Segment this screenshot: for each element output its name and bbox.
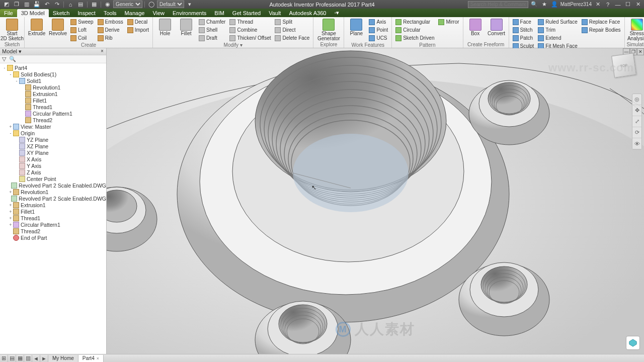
combine-button[interactable]: Combine [228, 26, 272, 34]
tree-node[interactable]: Thread1 [0, 104, 106, 110]
find-icon[interactable]: 🔍 [9, 56, 16, 62]
viewport-badge-icon[interactable] [626, 336, 640, 350]
point-button[interactable]: Point [367, 26, 389, 34]
mirror-button[interactable]: Mirror [437, 18, 460, 26]
stress-analysis-button[interactable]: Stress Analysis [627, 18, 644, 41]
replace-face-button[interactable]: Replace Face [580, 18, 622, 26]
close-icon[interactable]: ✕ [634, 1, 642, 9]
draft-button[interactable]: Draft [197, 34, 227, 42]
extend-button[interactable]: Extend [536, 34, 579, 42]
open-icon[interactable]: ▥ [22, 1, 31, 8]
tree-node[interactable]: Thread2 [0, 228, 106, 234]
tree-node[interactable]: Revolved Part 2 Scale Enabled.DWG [0, 182, 106, 189]
tree-node[interactable]: Circular Pattern1 [0, 110, 106, 117]
qat-dropdown-icon[interactable]: ▾ [185, 1, 194, 8]
shell-button[interactable]: Shell [197, 26, 227, 34]
plane-button[interactable]: Plane [346, 18, 366, 42]
user-icon[interactable]: 👤 [550, 1, 558, 9]
new-icon[interactable]: ❐ [12, 1, 21, 8]
tree-node[interactable]: -Part4 [0, 64, 106, 71]
tree-node[interactable]: +View: Master [0, 123, 106, 130]
nav-look-icon[interactable]: 👁 [632, 138, 641, 149]
tab-view[interactable]: View [148, 9, 169, 17]
nav-wheel-icon[interactable]: ◎ [632, 94, 641, 105]
search-input[interactable] [468, 1, 528, 8]
direct-button[interactable]: Direct [273, 26, 311, 34]
ucs-button[interactable]: UCS [367, 34, 389, 42]
tree-node[interactable]: YZ Plane [0, 136, 106, 143]
doc-icon-2[interactable]: ▤ [8, 355, 16, 362]
tree-node[interactable]: +Circular Pattern1 [0, 221, 106, 228]
coil-button[interactable]: Coil [69, 34, 95, 42]
signin-star-icon[interactable]: ★ [540, 1, 548, 9]
appearance-select[interactable]: Generic [113, 1, 142, 8]
convert-freeform-button[interactable]: Convert [487, 18, 507, 41]
axis-button[interactable]: Axis [367, 18, 389, 26]
tree-node[interactable]: -Origin [0, 130, 106, 136]
import-button[interactable]: Import [126, 26, 150, 34]
app-icon[interactable]: ◩ [2, 1, 11, 8]
tree-node[interactable]: +Extrusion1 [0, 202, 106, 208]
material-select[interactable]: Default [157, 1, 184, 8]
browser-close-icon[interactable]: × [99, 48, 105, 54]
thread-button[interactable]: Thread [228, 18, 272, 26]
tree-node[interactable]: Revolution1 [0, 84, 106, 90]
close-x-icon[interactable]: ✕ [594, 1, 602, 9]
rectangular-button[interactable]: Rectangular [394, 18, 436, 26]
tree-node[interactable]: +Thread1 [0, 215, 106, 221]
trim-button[interactable]: Trim [536, 26, 579, 34]
tab-a360[interactable]: Autodesk A360 [285, 9, 330, 17]
doc-icon-3[interactable]: ▦ [16, 355, 24, 362]
decal-button[interactable]: Decal [126, 18, 150, 26]
tree-node[interactable]: -Solid1 [0, 77, 106, 84]
rib-button[interactable]: Rib [96, 34, 125, 42]
tree-node[interactable]: Fillet1 [0, 97, 106, 104]
chamfer-button[interactable]: Chamfer [197, 18, 227, 26]
repair-bodies-button[interactable]: Repair Bodies [580, 26, 622, 34]
undo-icon[interactable]: ↶ [42, 1, 51, 8]
tree-node[interactable]: Extrusion1 [0, 90, 106, 97]
ruled-surface-button[interactable]: Ruled Surface [536, 18, 579, 26]
tree-node[interactable]: Z Axis [0, 169, 106, 175]
doc-prev-icon[interactable]: ◄ [32, 355, 40, 362]
filter-icon[interactable]: ▽ [2, 56, 6, 62]
redo-icon[interactable]: ↷ [52, 1, 61, 8]
home-icon[interactable]: ⌂ [66, 1, 75, 8]
nav-pan-icon[interactable]: ✥ [632, 105, 641, 116]
tree-node[interactable]: Thread2 [0, 117, 106, 123]
viewport-3d[interactable]: — ❐ ✕ [107, 48, 644, 354]
doctab-part4[interactable]: Part4× [78, 355, 104, 362]
thicken-button[interactable]: Thicken/ Offset [228, 34, 272, 42]
tab-vault[interactable]: Vault [265, 9, 285, 17]
box-button[interactable]: Box [465, 18, 486, 41]
tree-node[interactable]: +Fillet1 [0, 208, 106, 215]
tab-manage[interactable]: Manage [121, 9, 149, 17]
circular-button[interactable]: Circular [394, 26, 436, 34]
tree-node[interactable]: Y Axis [0, 162, 106, 169]
doc-icon-4[interactable]: ▥ [24, 355, 32, 362]
fillet-button[interactable]: Fillet [176, 18, 196, 42]
patch-button[interactable]: Patch [511, 34, 536, 42]
layers-icon[interactable]: ▤ [76, 1, 85, 8]
ribbon-collapse-icon[interactable]: ◦▾ [330, 9, 343, 17]
tab-bim[interactable]: BIM [210, 9, 228, 17]
color-swatch-icon[interactable]: ◯ [147, 1, 156, 8]
sketch-driven-button[interactable]: Sketch Driven [394, 34, 436, 42]
loft-button[interactable]: Loft [69, 26, 95, 34]
emboss-button[interactable]: Emboss [96, 18, 125, 26]
nav-orbit-icon[interactable]: ⟳ [632, 127, 641, 138]
search-icon[interactable]: 🔍 [530, 1, 538, 9]
hole-button[interactable]: Hole [155, 18, 175, 42]
view-cube[interactable]: TOP [611, 53, 636, 78]
doctab-close-icon[interactable]: × [97, 356, 99, 361]
stitch-button[interactable]: Stitch [511, 26, 536, 34]
help-icon[interactable]: ? [604, 1, 612, 9]
doc-next-icon[interactable]: ► [40, 355, 48, 362]
tree-node[interactable]: Center Point [0, 175, 106, 182]
material-swatch-icon[interactable]: ◉ [103, 1, 112, 8]
face-button[interactable]: Face [511, 18, 536, 26]
tree-node[interactable]: XY Plane [0, 149, 106, 156]
doctab-home[interactable]: My Home [48, 355, 78, 362]
browser-header[interactable]: Model ▾ × [0, 48, 106, 55]
tab-inspect[interactable]: Inspect [73, 9, 99, 17]
